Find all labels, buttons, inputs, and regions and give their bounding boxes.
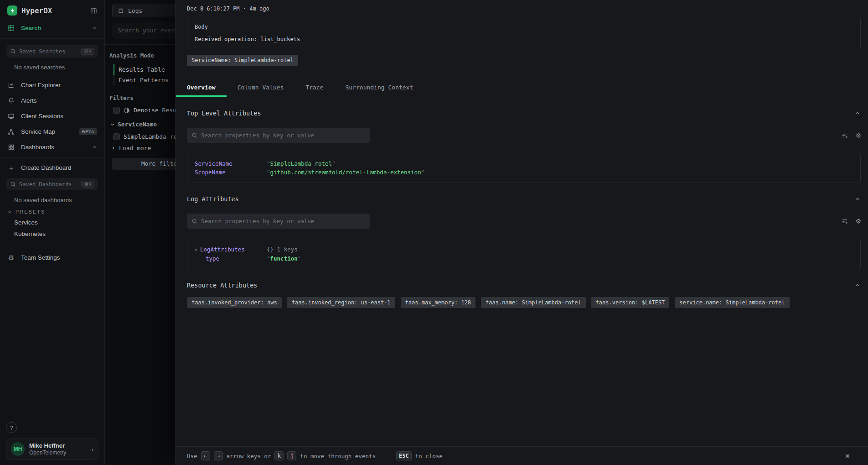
gear-icon[interactable]: ⚙ <box>856 217 861 225</box>
close-icon[interactable]: ✕ <box>845 451 850 460</box>
resource-chip[interactable]: service.name: SimpleLambda-rotel <box>675 297 789 308</box>
saved-dashboards-placeholder: Saved Dashboards <box>19 181 81 188</box>
tab-column-values[interactable]: Column Values <box>227 80 295 97</box>
attribute-row[interactable]: ServiceName "SimpleLambda-rotel" <box>195 159 853 168</box>
filter-lines-icon[interactable] <box>841 218 848 225</box>
divider <box>0 38 104 39</box>
sidebar-item-label: Chart Explorer <box>21 82 61 89</box>
resource-chip[interactable]: faas.name: SimpleLambda-rotel <box>481 297 586 308</box>
shortcut-badge: ⌘K <box>81 181 94 188</box>
presets-toggle[interactable]: PRESETS <box>0 206 104 217</box>
sidebar-header: HyperDX <box>0 0 104 20</box>
sidebar-item-label: Service Map <box>21 128 55 135</box>
no-saved-searches-text: No saved searches <box>14 64 97 71</box>
attribute-value: "github.com/streamfold/rotel-lambda-exte… <box>267 168 853 177</box>
load-more-label: Load more <box>119 145 151 152</box>
saved-searches-placeholder: Saved Searches <box>19 48 81 55</box>
log-attributes-search-input[interactable]: Search properties by key or value <box>187 214 370 229</box>
servicename-value-label: SimpleLambda-rot <box>124 133 181 140</box>
saved-dashboards-input[interactable]: Saved Dashboards ⌘K <box>6 178 98 190</box>
sidebar-item-alerts[interactable]: Alerts <box>0 93 104 108</box>
sidebar-item-service-map[interactable]: Service Map BETA <box>0 124 104 139</box>
sidebar-item-team-settings[interactable]: ⚙ Team Settings <box>0 250 104 265</box>
denoise-checkbox[interactable] <box>113 107 120 114</box>
user-name: Mike Heffner <box>29 442 66 449</box>
event-detail-drawer: Dec 8 6:10:27 PM · 4m ago Body Received … <box>176 0 868 465</box>
user-org: OpenTelemetry <box>29 449 66 456</box>
sidebar-item-label: Alerts <box>21 97 37 104</box>
body-label: Body <box>195 24 853 30</box>
collapse-section-icon[interactable] <box>854 282 861 288</box>
log-attributes-box: ▾LogAttributes {} 1 keys type "function" <box>187 239 861 269</box>
chevron-right-icon <box>111 146 116 151</box>
sidebar-item-dashboards[interactable]: Dashboards <box>0 139 104 155</box>
chevron-right-icon: › <box>91 445 93 453</box>
filter-lines-icon[interactable] <box>841 132 848 139</box>
chart-icon <box>7 82 15 89</box>
denoise-icon <box>124 107 130 114</box>
tab-surrounding-context[interactable]: Surrounding Context <box>335 80 424 97</box>
attribute-key: ServiceName <box>195 159 267 168</box>
search-section-icon <box>7 25 15 31</box>
monitor-icon <box>7 113 15 120</box>
plus-icon: + <box>7 164 15 172</box>
event-timestamp: Dec 8 6:10:27 PM · 4m ago <box>187 5 861 12</box>
help-button[interactable]: ? <box>6 422 17 433</box>
section-tools: ⚙ <box>841 217 861 225</box>
resource-chip[interactable]: faas.version: $LATEST <box>591 297 670 308</box>
gear-icon[interactable]: ⚙ <box>856 131 861 139</box>
preset-item-kubernetes[interactable]: Kubernetes <box>0 228 104 240</box>
create-dashboard-button[interactable]: + Create Dashboard <box>0 161 104 174</box>
tab-overview[interactable]: Overview <box>176 80 227 97</box>
shortcut-badge: ⌘K <box>81 48 94 55</box>
tab-trace[interactable]: Trace <box>294 80 334 97</box>
create-dashboard-label: Create Dashboard <box>21 164 71 171</box>
logs-source-button[interactable]: Logs <box>112 4 181 17</box>
sidebar-item-chart-explorer[interactable]: Chart Explorer <box>0 77 104 93</box>
resource-chip[interactable]: faas.invoked_region: us-east-1 <box>287 297 395 308</box>
sidebar-item-search[interactable]: Search <box>0 20 104 36</box>
attribute-row[interactable]: ScopeName "github.com/streamfold/rotel-l… <box>195 168 853 177</box>
collapse-section-icon[interactable] <box>854 196 861 202</box>
search-placeholder: Search properties by key or value <box>201 218 314 225</box>
chevron-down-icon <box>7 209 12 214</box>
collapse-section-icon[interactable] <box>854 110 861 116</box>
attribute-row[interactable]: type "function" <box>195 254 853 263</box>
user-menu[interactable]: MH Mike Heffner OpenTelemetry › <box>6 439 98 460</box>
hyperdx-logo-icon <box>7 5 17 16</box>
chevron-up-icon[interactable] <box>92 25 97 31</box>
servicename-chip[interactable]: ServiceName: SimpleLambda-rotel <box>187 55 298 66</box>
gear-icon: ⚙ <box>7 254 15 261</box>
section-title: Resource Attributes <box>187 282 854 289</box>
sidebar-spacer <box>0 265 104 422</box>
preset-item-services[interactable]: Services <box>0 217 104 228</box>
sidebar-item-label: Search <box>21 25 41 31</box>
tree-root-row[interactable]: ▾LogAttributes {} 1 keys <box>195 245 853 254</box>
presets-label: PRESETS <box>16 209 45 214</box>
drawer-content: Dec 8 6:10:27 PM · 4m ago Body Received … <box>176 0 868 446</box>
saved-searches-input[interactable]: Saved Searches ⌘K <box>6 45 98 57</box>
top-level-search-input[interactable]: Search properties by key or value <box>187 128 370 143</box>
resource-attribute-chips: faas.invoked_provider: aws faas.invoked_… <box>187 297 861 308</box>
section-title: Top Level Attributes <box>187 110 854 117</box>
footer-text: to close <box>415 453 443 460</box>
attribute-key-wrap: type <box>195 254 267 263</box>
resource-chip[interactable]: faas.invoked_provider: aws <box>187 297 282 308</box>
footer-text: to move through events <box>300 453 376 460</box>
tree-caret-icon[interactable]: ▾ <box>195 247 197 252</box>
resource-chip[interactable]: faas.max_memory: 128 <box>401 297 476 308</box>
footer-text: arrow keys or <box>227 453 271 460</box>
drawer-tabs: Overview Column Values Trace Surrounding… <box>176 80 868 97</box>
search-icon <box>191 132 197 138</box>
section-tools: ⚙ <box>841 131 861 139</box>
collapse-sidebar-icon[interactable] <box>90 7 97 14</box>
no-saved-dashboards-text: No saved dashboards <box>14 197 97 204</box>
logs-archive-icon <box>118 7 124 14</box>
help-icon: ? <box>10 424 13 431</box>
sidebar-item-label: Client Sessions <box>21 113 63 120</box>
drawer-footer: Use ← → arrow keys or k j to move throug… <box>176 446 868 465</box>
servicename-checkbox[interactable] <box>113 133 120 140</box>
chevron-up-icon[interactable] <box>92 144 97 150</box>
denoise-label: Denoise Resul <box>134 107 180 114</box>
sidebar-item-client-sessions[interactable]: Client Sessions <box>0 108 104 124</box>
